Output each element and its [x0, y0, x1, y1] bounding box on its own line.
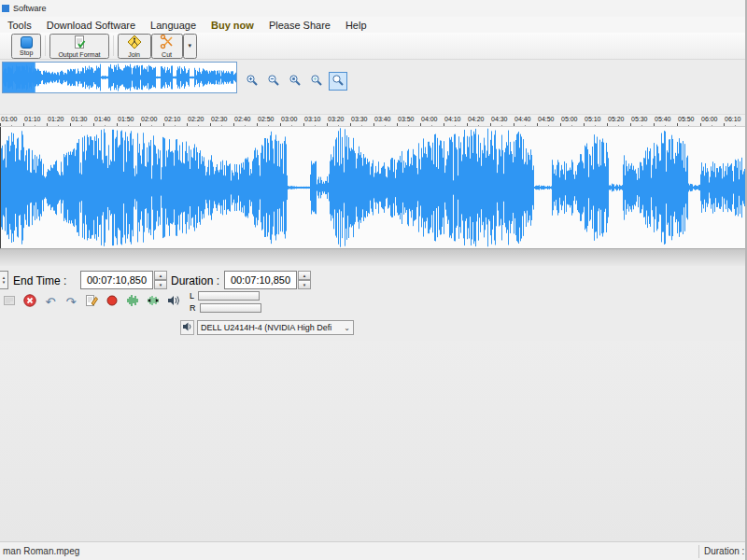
edit-button[interactable]	[84, 294, 99, 309]
join-icon	[126, 35, 143, 50]
zoom-fit-button[interactable]	[307, 72, 326, 91]
device-speaker-button[interactable]	[180, 320, 194, 335]
left-channel-label: L	[190, 291, 194, 301]
duration-spinner[interactable]: ▴▾	[298, 271, 311, 289]
delete-icon	[22, 293, 37, 311]
controls-panel: ▴▾ End Time : 00:07:10,850 ▴▾ Duration :…	[0, 266, 747, 341]
window-title: Software	[13, 4, 47, 13]
zoom-normal-icon	[331, 74, 345, 90]
output-format-label: Output Format	[58, 51, 100, 58]
zoom-selection-icon	[289, 74, 302, 90]
output-device-value: DELL U2414H-4 (NVIDIA High Defi	[201, 323, 331, 332]
waveform-bottom-band	[0, 248, 747, 266]
end-time-input[interactable]: 00:07:10,850	[80, 271, 153, 289]
status-bar: man Roman.mpeg Duration : 00	[0, 541, 747, 560]
duration-label: Duration :	[171, 274, 219, 287]
waveform-range-icon	[146, 293, 161, 311]
start-time-spinner-fragment[interactable]: ▴▾	[0, 271, 8, 289]
stop-label: Stop	[20, 49, 33, 56]
menu-item-help[interactable]: Help	[338, 19, 374, 32]
redo-icon: ↷	[66, 296, 77, 308]
app-window: Software ToolsDownload SoftwareLanguageB…	[0, 0, 747, 560]
stop-button[interactable]: Stop	[11, 34, 41, 59]
join-button[interactable]: Join	[118, 34, 151, 59]
trim-disabled-icon	[2, 293, 17, 311]
zoom-toolbar	[243, 72, 347, 91]
toolbar-separator	[113, 35, 114, 56]
overview-waveform-canvas[interactable]	[3, 63, 236, 92]
cut-label: Cut	[162, 51, 172, 58]
right-level-meter	[200, 303, 261, 313]
zoom-out-button[interactable]	[264, 72, 283, 91]
output-format-button[interactable]: Output Format	[49, 34, 108, 59]
zoom-normal-button[interactable]	[329, 72, 347, 91]
menubar: ToolsDownload SoftwareLanguageBuy nowPle…	[0, 17, 747, 33]
status-duration: Duration : 00	[699, 546, 747, 556]
zoom-in-button[interactable]	[243, 72, 261, 91]
client-area	[0, 341, 747, 541]
title-bar: Software	[0, 0, 747, 17]
cut-icon	[160, 35, 175, 50]
undo-icon: ↶	[46, 296, 56, 308]
waveform-range-button[interactable]	[146, 294, 161, 309]
toolbar-separator	[45, 35, 46, 56]
chevron-down-icon: ⌄	[344, 324, 350, 332]
menu-item-buy-now[interactable]: Buy now	[204, 19, 261, 32]
output-device-select[interactable]: DELL U2414H-4 (NVIDIA High Defi ⌄	[197, 320, 354, 335]
delete-button[interactable]	[22, 294, 37, 309]
output-format-icon	[72, 35, 87, 50]
zoom-in-icon	[246, 74, 259, 90]
right-channel-label: R	[190, 303, 196, 313]
end-time-label: End Time :	[13, 274, 66, 287]
left-level-meter	[198, 291, 260, 301]
waveform-overview-panel	[2, 62, 237, 93]
redo-button[interactable]: ↷	[63, 294, 78, 309]
menu-item-download-software[interactable]: Download Software	[39, 19, 143, 32]
main-waveform-canvas[interactable]	[0, 127, 747, 248]
waveform-icon	[125, 293, 140, 311]
record-button[interactable]	[105, 294, 120, 309]
playhead-cursor[interactable]	[0, 127, 1, 248]
main-toolbar: Stop Output Format Join Cut ▾	[0, 33, 747, 60]
cut-button[interactable]: Cut	[151, 34, 183, 59]
end-time-field: 00:07:10,850 ▴▾	[80, 271, 167, 289]
zoom-selection-button[interactable]	[286, 72, 304, 91]
end-time-spinner[interactable]: ▴▾	[154, 271, 167, 289]
level-meters: L R	[190, 291, 261, 315]
waveform-tool-button[interactable]	[125, 294, 140, 309]
trim-disabled-button	[2, 294, 17, 309]
duration-field: 00:07:10,850 ▴▾	[224, 271, 311, 289]
menu-item-please-share[interactable]: Please Share	[261, 19, 338, 32]
undo-button[interactable]: ↶	[43, 294, 58, 309]
play-audio-button[interactable]	[166, 294, 181, 309]
zoom-out-icon	[267, 74, 280, 90]
menu-item-language[interactable]: Language	[143, 19, 204, 32]
timeline-ruler: 01:0001:1001:2001:3001:4001:5002:0002:10…	[0, 114, 747, 127]
record-icon	[105, 293, 120, 311]
speaker-icon	[166, 293, 181, 311]
app-icon	[2, 5, 9, 12]
edit-icon	[84, 293, 99, 311]
output-device-row: DELL U2414H-4 (NVIDIA High Defi ⌄	[180, 320, 354, 335]
device-speaker-icon	[182, 321, 193, 335]
cut-dropdown-button[interactable]: ▾	[183, 34, 198, 59]
duration-input[interactable]: 00:07:10,850	[224, 271, 297, 289]
menu-item-tools[interactable]: Tools	[0, 19, 39, 32]
status-file-name: man Roman.mpeg	[0, 546, 79, 556]
edit-toolbar: ↶ ↷	[2, 294, 181, 309]
stop-icon	[21, 36, 33, 49]
join-label: Join	[128, 51, 140, 58]
waveform-view	[0, 126, 747, 248]
zoom-fit-icon	[310, 74, 323, 90]
